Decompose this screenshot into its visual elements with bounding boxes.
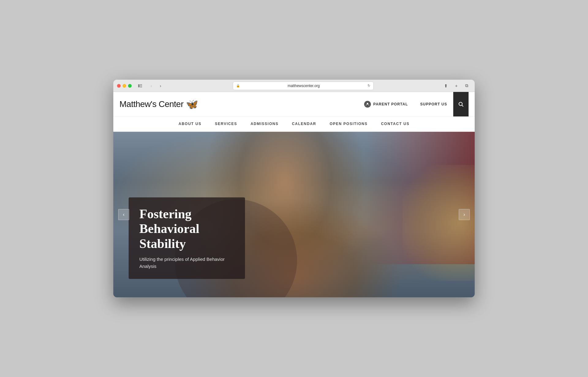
site-logo: Matthew's Center 🦋: [119, 98, 358, 110]
refresh-icon[interactable]: ↻: [368, 84, 370, 88]
hero-guitar-area: [402, 165, 475, 281]
back-button[interactable]: ‹: [147, 82, 156, 90]
svg-rect-1: [140, 84, 142, 85]
address-bar-container: 🔒 matthewscenter.org ↻: [167, 82, 439, 90]
share-button[interactable]: ⬆: [442, 82, 450, 90]
parent-portal-label: PARENT PORTAL: [373, 102, 408, 106]
user-icon: [364, 101, 371, 108]
site-header: Matthew's Center 🦋 PARENT PORTAL SUPPORT…: [113, 92, 475, 116]
reading-list-button[interactable]: ⧉: [462, 82, 471, 90]
nav-item-contact-us[interactable]: CONTACT US: [374, 116, 416, 132]
svg-rect-3: [140, 87, 142, 87]
svg-rect-2: [140, 86, 142, 86]
parent-portal-button[interactable]: PARENT PORTAL: [358, 98, 414, 110]
header-right: PARENT PORTAL SUPPORT US: [358, 92, 469, 116]
nav-item-services[interactable]: SERVICES: [208, 116, 244, 132]
nav-item-admissions[interactable]: ADMISSIONS: [244, 116, 285, 132]
logo-text: Matthew's Center: [119, 99, 183, 109]
navigation-buttons: ‹ ›: [147, 82, 165, 90]
url-text: matthewscenter.org: [242, 84, 366, 88]
butterfly-icon: 🦋: [186, 98, 198, 110]
hero-subtitle: Utilizing the principles of Applied Beha…: [139, 256, 234, 270]
lock-icon: 🔒: [236, 84, 240, 87]
hero-overlay: Fostering Behavioral Stability Utilizing…: [129, 197, 245, 279]
nav-list: ABOUT US SERVICES ADMISSIONS CALENDAR OP…: [172, 116, 416, 131]
support-us-label: SUPPORT US: [420, 102, 447, 106]
search-button[interactable]: [453, 92, 469, 116]
toolbar-right: ⬆ + ⧉: [442, 82, 471, 90]
forward-button[interactable]: ›: [156, 82, 165, 90]
browser-titlebar: ‹ › 🔒 matthewscenter.org ↻ ⬆ + ⧉: [113, 80, 475, 92]
nav-item-about-us[interactable]: ABOUT US: [172, 116, 208, 132]
hero-section: ‹ › Fostering Behavioral Stability Utili…: [113, 132, 475, 297]
close-button[interactable]: [117, 84, 121, 88]
nav-item-open-positions[interactable]: OPEN POSITIONS: [323, 116, 375, 132]
nav-item-calendar[interactable]: CALENDAR: [285, 116, 323, 132]
main-navigation: ABOUT US SERVICES ADMISSIONS CALENDAR OP…: [113, 116, 475, 132]
browser-window: ‹ › 🔒 matthewscenter.org ↻ ⬆ + ⧉ Matthew…: [113, 80, 475, 297]
new-tab-button[interactable]: +: [452, 82, 461, 90]
hero-prev-button[interactable]: ‹: [118, 209, 129, 220]
hero-next-button[interactable]: ›: [459, 209, 470, 220]
support-us-button[interactable]: SUPPORT US: [414, 100, 453, 109]
maximize-button[interactable]: [128, 84, 132, 88]
window-controls: [137, 82, 143, 89]
traffic-lights: [117, 84, 132, 88]
hero-title: Fostering Behavioral Stability: [139, 207, 234, 251]
address-bar[interactable]: 🔒 matthewscenter.org ↻: [233, 82, 374, 90]
website-content: Matthew's Center 🦋 PARENT PORTAL SUPPORT…: [113, 92, 475, 297]
minimize-button[interactable]: [123, 84, 126, 88]
sidebar-toggle-button[interactable]: [137, 82, 143, 89]
svg-rect-0: [138, 84, 140, 87]
